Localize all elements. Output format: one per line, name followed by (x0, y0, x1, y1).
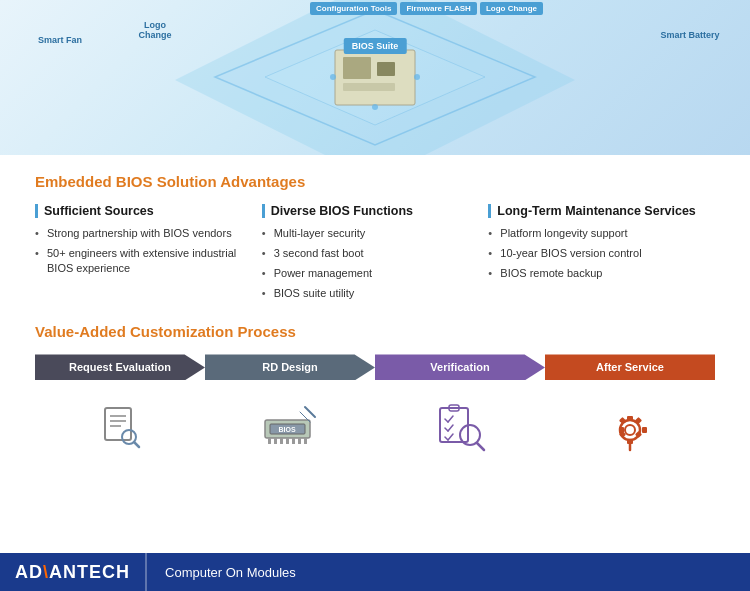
col3-maintenance: Long-Term Maintenance Services Platform … (488, 204, 715, 305)
smart-fan-label: Smart Fan (30, 35, 90, 45)
svg-point-6 (330, 74, 336, 80)
col2-diverse-bios: Diverse BIOS Functions Multi-layer secur… (262, 204, 489, 305)
footer-logo: AD\ANTECH (15, 562, 130, 583)
svg-rect-3 (343, 57, 371, 79)
col2-item-2: 3 second fast boot (262, 246, 474, 261)
col1-title: Sufficient Sources (35, 204, 247, 218)
step-after-service: After Service (545, 354, 715, 474)
step3-header: Verification (375, 354, 545, 380)
tool-badges: Configuration Tools Firmware FLASH Logo … (310, 2, 543, 15)
svg-rect-5 (343, 83, 395, 91)
svg-rect-23 (292, 438, 295, 444)
step4-icon-area (595, 380, 666, 474)
footer-bar: AD\ANTECH Computer On Modules (0, 553, 750, 591)
svg-rect-43 (642, 427, 647, 433)
col3-title: Long-Term Maintenance Services (488, 204, 700, 218)
section2-title: Value-Added Customization Process (35, 323, 715, 340)
col2-item-3: Power management (262, 266, 474, 281)
svg-line-33 (448, 425, 453, 431)
svg-rect-22 (286, 438, 289, 444)
section1-title: Embedded BIOS Solution Advantages (35, 173, 715, 190)
logo-antech: ANTECH (49, 562, 130, 582)
svg-line-15 (134, 442, 139, 447)
after-service-icon (603, 400, 658, 455)
svg-rect-40 (627, 416, 633, 421)
advantages-grid: Sufficient Sources Strong partnership wi… (35, 204, 715, 305)
svg-line-35 (448, 434, 453, 440)
step2-icon-area: BIOS (252, 380, 328, 474)
cfg-tools-tag: Configuration Tools (310, 2, 397, 15)
step-rd-design: RD Design BIOS (205, 354, 375, 474)
bios-suite-badge: BIOS Suite (344, 38, 407, 54)
step4-header: After Service (545, 354, 715, 380)
footer-subtitle: Computer On Modules (147, 565, 314, 580)
verification-icon (430, 400, 490, 455)
svg-rect-24 (298, 438, 301, 444)
logo-change-label: Logo Change (130, 20, 180, 40)
rd-design-icon: BIOS (260, 402, 320, 452)
step-request-evaluation: Request Evaluation (35, 354, 205, 474)
col3-item-3: BIOS remote backup (488, 266, 700, 281)
svg-line-26 (305, 407, 315, 417)
svg-point-7 (414, 74, 420, 80)
svg-rect-28 (440, 408, 468, 442)
col3-item-2: 10-year BIOS version control (488, 246, 700, 261)
svg-rect-10 (105, 408, 131, 440)
main-content: Embedded BIOS Solution Advantages Suffic… (0, 155, 750, 489)
step2-header: RD Design (205, 354, 375, 380)
smart-battery-label: Smart Battery (655, 30, 725, 40)
step3-icon-area (422, 380, 498, 474)
col1-item-2: 50+ engineers with extensive industrial … (35, 246, 247, 276)
step1-icon-area (85, 380, 156, 474)
svg-rect-19 (268, 438, 271, 444)
col2-item-1: Multi-layer security (262, 226, 474, 241)
svg-line-37 (477, 443, 484, 450)
step-verification: Verification (375, 354, 545, 474)
svg-rect-21 (280, 438, 283, 444)
col2-item-4: BIOS suite utility (262, 286, 474, 301)
footer-logo-box: AD\ANTECH (0, 553, 146, 591)
step1-header: Request Evaluation (35, 354, 205, 380)
svg-line-31 (448, 416, 453, 422)
request-evaluation-icon (93, 400, 148, 455)
svg-rect-20 (274, 438, 277, 444)
col1-sufficient-sources: Sufficient Sources Strong partnership wi… (35, 204, 262, 305)
fw-flash-tag: Firmware FLASH (400, 2, 476, 15)
col2-list: Multi-layer security 3 second fast boot … (262, 226, 474, 300)
svg-rect-25 (304, 438, 307, 444)
svg-point-9 (372, 104, 378, 110)
col3-item-1: Platform longevity support (488, 226, 700, 241)
svg-rect-44 (618, 417, 625, 424)
svg-text:BIOS: BIOS (278, 426, 295, 433)
svg-rect-4 (377, 62, 395, 76)
col3-list: Platform longevity support 10-year BIOS … (488, 226, 700, 281)
diagram-section: BIOS Suite Configuration Tools Firmware … (0, 0, 750, 155)
col2-title: Diverse BIOS Functions (262, 204, 474, 218)
svg-point-39 (625, 425, 635, 435)
process-steps: Request Evaluation RD Design (35, 354, 715, 474)
logo-change-tag: Logo Change (480, 2, 543, 15)
logo-ad: AD (15, 562, 43, 582)
col1-item-1: Strong partnership with BIOS vendors (35, 226, 247, 241)
col1-list: Strong partnership with BIOS vendors 50+… (35, 226, 247, 276)
